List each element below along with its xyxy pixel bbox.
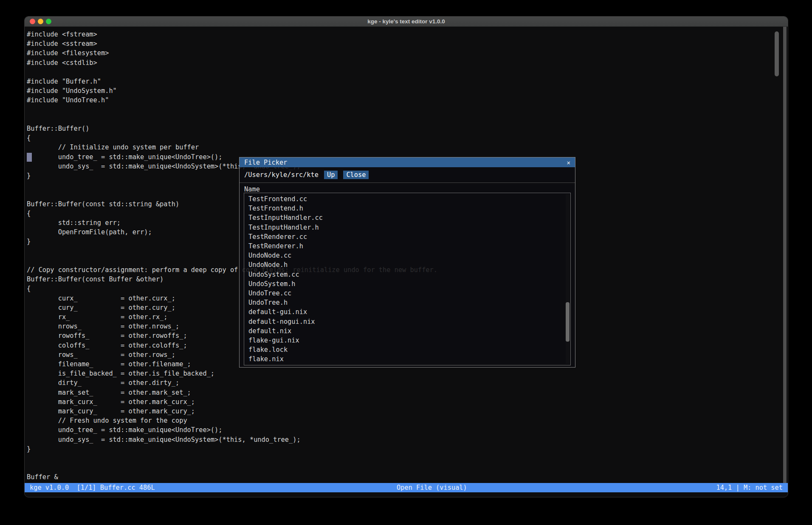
file-list-item[interactable]: TestInputHandler.cc <box>244 213 570 222</box>
zoom-window-button[interactable] <box>46 19 51 24</box>
code-line: // Initialize undo system per buffer <box>27 143 788 152</box>
code-line: #include "UndoTree.h" <box>27 95 788 105</box>
code-line: #include "Buffer.h" <box>27 77 788 86</box>
traffic-lights <box>30 17 51 26</box>
file-picker-title: File Picker <box>244 159 287 166</box>
code-line: Buffer & <box>27 472 788 482</box>
code-line <box>27 463 788 472</box>
file-list-item[interactable]: flake-gui.nix <box>244 336 570 345</box>
file-list[interactable]: TestFrontend.ccTestFrontend.hTestInputHa… <box>244 193 571 365</box>
text-cursor <box>27 153 32 162</box>
file-list-item[interactable]: TestFrontend.h <box>244 204 570 213</box>
file-list-item[interactable]: default.nix <box>244 326 570 336</box>
code-line: Buffer::Buffer() <box>27 124 788 133</box>
file-list-item[interactable]: UndoSystem.cc <box>244 270 570 279</box>
code-line: undo_sys_ = std::make_unique<UndoSystem>… <box>27 435 788 444</box>
status-center: Open File (visual) <box>397 484 467 491</box>
code-line: } <box>27 444 788 454</box>
code-line <box>27 454 788 463</box>
file-list-item[interactable]: flake.nix <box>244 354 570 364</box>
code-line <box>27 105 788 115</box>
code-line <box>27 67 788 77</box>
code-line: #include <filesystem> <box>27 48 788 58</box>
file-list-items: TestFrontend.ccTestFrontend.hTestInputHa… <box>244 194 570 364</box>
code-line: dirty_ = other.dirty_; <box>27 378 788 387</box>
up-button[interactable]: Up <box>324 171 338 179</box>
code-line <box>27 115 788 124</box>
code-line: #include <cstdlib> <box>27 58 788 67</box>
file-list-item[interactable]: UndoTree.h <box>244 298 570 307</box>
minimize-window-button[interactable] <box>38 19 43 24</box>
window-titlebar[interactable]: kge - kyle's text editor v1.0.0 <box>25 17 788 27</box>
code-line: { <box>27 133 788 143</box>
file-list-item[interactable]: TestFrontend.cc <box>244 194 570 204</box>
file-list-item[interactable]: default-gui.nix <box>244 307 570 317</box>
close-window-button[interactable] <box>30 19 35 24</box>
status-bar: kge v1.0.0 [1/1] Buffer.cc 486L Open Fil… <box>25 483 788 492</box>
code-line: undo_tree_ = std::make_unique<UndoTree>(… <box>27 425 788 435</box>
status-left: kge v1.0.0 [1/1] Buffer.cc 486L <box>30 484 155 491</box>
file-list-item[interactable]: default-nogui.nix <box>244 317 570 326</box>
file-picker-dialog: File Picker ✕ /Users/kyle/src/kte Up Clo… <box>239 157 575 368</box>
code-line: // Fresh undo system for the copy <box>27 416 788 425</box>
close-icon[interactable]: ✕ <box>567 160 570 166</box>
file-list-item[interactable]: UndoNode.h <box>244 260 570 270</box>
file-picker-titlebar[interactable]: File Picker ✕ <box>240 157 575 167</box>
editor-scrollbar-track[interactable] <box>783 27 787 483</box>
close-button[interactable]: Close <box>343 171 369 179</box>
file-list-item[interactable]: TestRenderer.cc <box>244 232 570 241</box>
code-line: mark_curx_ = other.mark_curx_; <box>27 397 788 407</box>
code-line: #include "UndoSystem.h" <box>27 86 788 95</box>
file-list-item[interactable]: UndoTree.cc <box>244 289 570 298</box>
code-line: #include <sstream> <box>27 39 788 48</box>
file-list-item[interactable]: flake.lock <box>244 345 570 354</box>
current-path: /Users/kyle/src/kte <box>244 171 319 179</box>
editor-scrollbar-thumb[interactable] <box>775 31 779 76</box>
code-line: is_file_backed_ = other.is_file_backed_; <box>27 369 788 378</box>
code-line: #include <fstream> <box>27 30 788 39</box>
code-line: mark_cury_ = other.mark_cury_; <box>27 407 788 416</box>
code-line: mark_set_ = other.mark_set_; <box>27 388 788 397</box>
editor-window: kge - kyle's text editor v1.0.0 #include… <box>24 16 788 497</box>
file-list-item[interactable]: TestRenderer.h <box>244 241 570 251</box>
window-title: kge - kyle's text editor v1.0.0 <box>367 18 445 25</box>
file-list-item[interactable]: UndoNode.cc <box>244 251 570 260</box>
file-list-scrollbar-thumb[interactable] <box>566 302 570 342</box>
status-right: 14,1 | M: not set <box>716 484 783 491</box>
file-list-item[interactable]: TestInputHandler.h <box>244 223 570 232</box>
path-row: /Users/kyle/src/kte Up Close <box>240 167 575 182</box>
file-list-item[interactable]: UndoSystem.h <box>244 279 570 289</box>
